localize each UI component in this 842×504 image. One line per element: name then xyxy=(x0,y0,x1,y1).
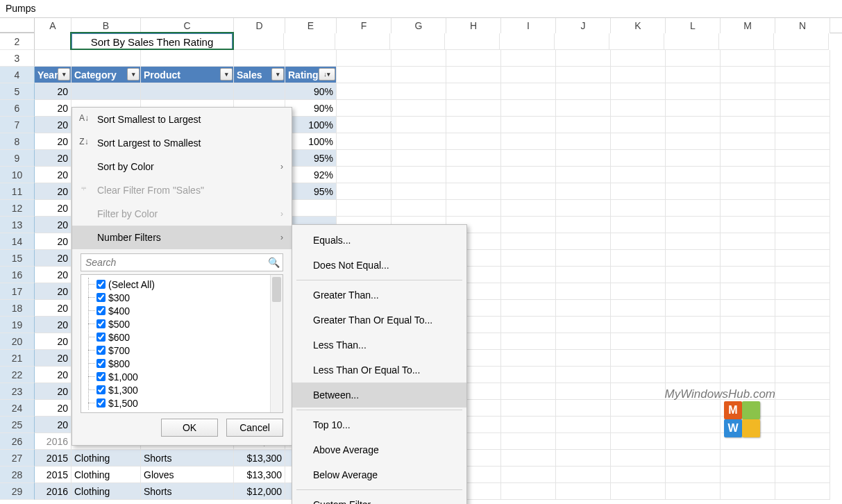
filter-less-equal[interactable]: Less Than Or Equal To... xyxy=(292,358,466,383)
cell-G12[interactable] xyxy=(391,200,446,217)
cell-I14[interactable] xyxy=(501,233,556,250)
cell-G3[interactable] xyxy=(391,50,446,67)
sort-by-sales-rating-button[interactable]: Sort By Sales Then Rating xyxy=(71,33,233,49)
row-header-11[interactable]: 11 xyxy=(0,183,35,200)
cell-N27[interactable] xyxy=(775,450,830,467)
cell-L16[interactable] xyxy=(666,267,721,283)
filter-value-checkbox-2[interactable] xyxy=(96,306,106,315)
cell-L6[interactable] xyxy=(666,100,721,117)
cell-M12[interactable] xyxy=(721,200,775,217)
cell-D3[interactable] xyxy=(234,50,285,67)
cell-I19[interactable] xyxy=(501,317,556,333)
cell-M3[interactable] xyxy=(721,50,775,67)
cell-H4[interactable] xyxy=(446,67,501,83)
filter-button-product[interactable]: ▾ xyxy=(220,68,233,81)
cell-M14[interactable] xyxy=(721,233,775,250)
cell-D27[interactable]: $13,300 xyxy=(234,450,285,467)
filter-value-checkbox-3[interactable] xyxy=(96,319,106,328)
cell-J22[interactable] xyxy=(556,367,611,383)
cell-G4[interactable] xyxy=(391,67,446,83)
cell-L10[interactable] xyxy=(666,167,721,183)
cell-M18[interactable] xyxy=(721,300,775,317)
cell-I29[interactable] xyxy=(501,483,556,500)
col-header-N[interactable]: N xyxy=(775,18,830,33)
cell-L20[interactable] xyxy=(666,333,721,350)
row-header-24[interactable]: 24 xyxy=(0,400,35,417)
filter-value-8[interactable]: $1,300 xyxy=(85,383,283,396)
cell-A25[interactable]: 20 xyxy=(35,417,71,433)
cell-K7[interactable] xyxy=(611,117,666,133)
cell-A13[interactable]: 20 xyxy=(35,217,71,233)
cell-F5[interactable] xyxy=(337,83,391,100)
cell-H11[interactable] xyxy=(446,183,501,200)
formula-bar[interactable]: Pumps xyxy=(0,0,842,18)
cell-A12[interactable]: 20 xyxy=(35,200,71,217)
cell-J17[interactable] xyxy=(556,283,611,300)
filter-value-checkbox-1[interactable] xyxy=(96,293,106,302)
cell-I23[interactable] xyxy=(501,383,556,400)
cell-J4[interactable] xyxy=(556,67,611,83)
filter-button-sales[interactable]: ▾ xyxy=(271,68,284,81)
cell-J5[interactable] xyxy=(556,83,611,100)
cell-F4[interactable] xyxy=(337,67,391,83)
cell-M4[interactable] xyxy=(721,67,775,83)
cell-N22[interactable] xyxy=(775,367,830,383)
cell-M28[interactable] xyxy=(721,467,775,483)
cell-B3[interactable] xyxy=(71,50,141,67)
cell-I25[interactable] xyxy=(501,417,556,433)
cell-J9[interactable] xyxy=(556,150,611,167)
row-header-15[interactable]: 15 xyxy=(0,250,35,267)
cell-A18[interactable]: 20 xyxy=(35,300,71,317)
cell-J23[interactable] xyxy=(556,383,611,400)
cell-L26[interactable] xyxy=(666,433,721,450)
cell-J15[interactable] xyxy=(556,250,611,267)
filter-value-9[interactable]: $1,500 xyxy=(85,396,283,410)
cell-A7[interactable]: 20 xyxy=(35,117,71,133)
cell-K19[interactable] xyxy=(611,317,666,333)
row-header-3[interactable]: 3 xyxy=(0,50,35,67)
cell-A29[interactable]: 2016 xyxy=(35,483,71,500)
cell-L5[interactable] xyxy=(666,83,721,100)
cell-I12[interactable] xyxy=(501,200,556,217)
cell-M10[interactable] xyxy=(721,167,775,183)
cell-H8[interactable] xyxy=(446,133,501,150)
cell-A24[interactable]: 20 xyxy=(35,400,71,417)
cell-I22[interactable] xyxy=(501,367,556,383)
cell-A17[interactable]: 20 xyxy=(35,283,71,300)
cell-L25[interactable] xyxy=(666,417,721,433)
col-header-G[interactable]: G xyxy=(391,18,446,33)
cell-K6[interactable] xyxy=(611,100,666,117)
row-header-10[interactable]: 10 xyxy=(0,167,35,183)
cell-J12[interactable] xyxy=(556,200,611,217)
cell-I24[interactable] xyxy=(501,400,556,417)
cell-J6[interactable] xyxy=(556,100,611,117)
col-header-M[interactable]: M xyxy=(721,18,775,33)
cell-K11[interactable] xyxy=(611,183,666,200)
filter-custom[interactable]: Custom Filter... xyxy=(292,492,466,504)
cell-G6[interactable] xyxy=(391,100,446,117)
cell-K29[interactable] xyxy=(611,483,666,500)
col-header-F[interactable]: F xyxy=(337,18,391,33)
cell-I20[interactable] xyxy=(501,333,556,350)
filter-value-5[interactable]: $700 xyxy=(85,344,283,357)
col-header-B[interactable]: B xyxy=(71,18,141,33)
filter-value-checkbox-6[interactable] xyxy=(96,359,106,368)
cell-N20[interactable] xyxy=(775,333,830,350)
row-header-26[interactable]: 26 xyxy=(0,433,35,450)
cell-N14[interactable] xyxy=(775,233,830,250)
cell-M6[interactable] xyxy=(721,100,775,117)
cell-N23[interactable] xyxy=(775,383,830,400)
cell-L24[interactable] xyxy=(666,400,721,417)
cell-A8[interactable]: 20 xyxy=(35,133,71,150)
row-header-17[interactable]: 17 xyxy=(0,283,35,300)
cell-G7[interactable] xyxy=(391,117,446,133)
cell-J24[interactable] xyxy=(556,400,611,417)
col-header-K[interactable]: K xyxy=(611,18,666,33)
cell-K23[interactable] xyxy=(611,383,666,400)
cell-D28[interactable]: $13,300 xyxy=(234,467,285,483)
cell-J16[interactable] xyxy=(556,267,611,283)
cell-A3[interactable] xyxy=(35,50,71,67)
cell-C29[interactable]: Shorts xyxy=(141,483,234,500)
cell-L8[interactable] xyxy=(666,133,721,150)
cell-A14[interactable]: 20 xyxy=(35,233,71,250)
